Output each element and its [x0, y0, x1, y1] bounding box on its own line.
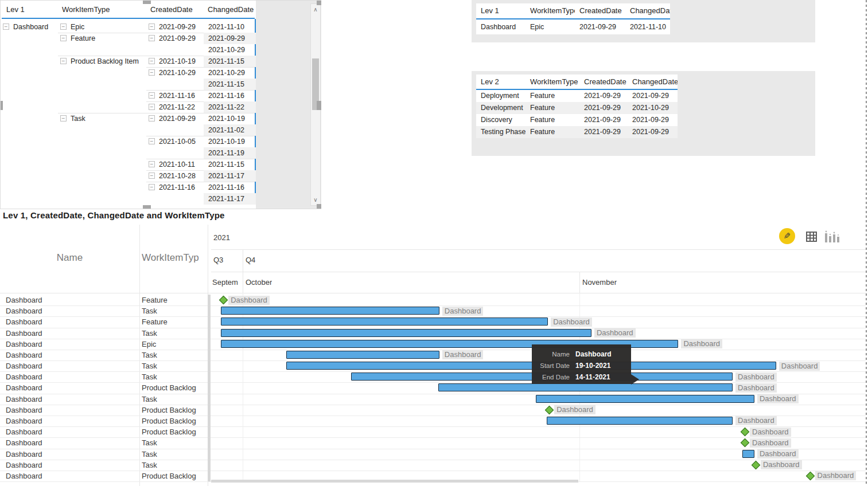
- table-cell: 2021-09-29: [628, 126, 678, 138]
- collapse-icon[interactable]: −: [149, 69, 155, 76]
- gantt-bar[interactable]: [438, 383, 733, 391]
- table2[interactable]: Lev 2WorkItemTypeCreatedDateChangedDateD…: [476, 75, 678, 138]
- matrix-cell-created: 2021-11-22: [159, 101, 195, 113]
- gantt-row-name: Dashboard: [6, 416, 42, 426]
- gantt-row-divider: [0, 328, 866, 328]
- collapse-icon[interactable]: −: [149, 173, 155, 179]
- gantt-row-name: Dashboard: [6, 305, 42, 316]
- collapse-icon[interactable]: −: [60, 35, 67, 41]
- gantt-row-type: Feature: [142, 316, 206, 327]
- matrix-cell-changed: 2021-10-29: [204, 44, 259, 56]
- gantt-row-divider: [0, 471, 866, 471]
- gantt-visual[interactable]: Name WorkItemTyp 2021 Q3 Q4 Septem Octob…: [0, 225, 868, 486]
- matrix-cell-created: 2021-09-29: [159, 33, 196, 44]
- analyze-button[interactable]: [822, 229, 842, 245]
- resize-handle-top-right[interactable]: [317, 1, 321, 5]
- matrix-cell-created: 2021-09-29: [159, 21, 196, 33]
- collapse-icon[interactable]: −: [149, 138, 155, 144]
- gantt-tooltip: Name Dashboard Start Date 19-10-2021 End…: [532, 344, 631, 384]
- matrix-cell-changed: 2021-11-22: [204, 101, 259, 113]
- gantt-milestone-icon[interactable]: [805, 472, 815, 481]
- gantt-row-divider: [0, 394, 866, 394]
- resize-handle-right[interactable]: [317, 101, 321, 110]
- gantt-row-divider: [0, 426, 866, 427]
- collapse-icon[interactable]: −: [149, 92, 155, 99]
- gantt-row-type: Product Backlog: [142, 416, 206, 426]
- gantt-horizontal-scrollbar[interactable]: [211, 480, 578, 483]
- table-cell: Dashboard: [476, 19, 526, 34]
- gantt-row-divider: [0, 316, 866, 317]
- collapse-icon[interactable]: −: [3, 23, 9, 30]
- gantt-milestone-icon[interactable]: [741, 428, 750, 437]
- gantt-milestone-icon[interactable]: [752, 460, 761, 469]
- collapse-icon[interactable]: −: [149, 35, 155, 41]
- collapse-icon[interactable]: −: [60, 58, 67, 64]
- table-row[interactable]: Testing PhaseFeature2021-09-292021-09-29: [476, 126, 678, 138]
- table-cell: 2021-09-29: [579, 90, 628, 102]
- gantt-row-name: Dashboard: [6, 471, 42, 481]
- table-row[interactable]: DevelopmentFeature2021-09-292021-10-29: [476, 102, 678, 114]
- table-row[interactable]: DiscoveryFeature2021-09-292021-09-29: [476, 114, 678, 126]
- scroll-up-icon[interactable]: ∧: [311, 6, 320, 13]
- gantt-row-type: Task: [142, 371, 206, 382]
- table-row[interactable]: DashboardEpic2021-09-292021-11-10: [476, 19, 670, 34]
- collapse-icon[interactable]: −: [149, 104, 155, 110]
- tooltip-start-value: 19-10-2021: [575, 362, 610, 370]
- table-header-cell: ChangedDate: [625, 3, 670, 18]
- gantt-bar[interactable]: [221, 318, 548, 326]
- collapse-icon[interactable]: −: [149, 23, 155, 30]
- table-cell: Deployment: [476, 90, 526, 102]
- gantt-row-name: Dashboard: [6, 371, 42, 382]
- table-cell: 2021-09-29: [579, 102, 628, 114]
- gantt-vertical-scrollbar[interactable]: [208, 295, 211, 481]
- matrix-visual[interactable]: Lev 1 WorkItemType CreatedDate ChangedDa…: [0, 0, 321, 209]
- gantt-bar[interactable]: [547, 417, 733, 425]
- collapse-icon[interactable]: −: [149, 58, 155, 64]
- table-view-button[interactable]: [804, 230, 818, 243]
- gantt-row-type: Task: [142, 360, 206, 371]
- gantt-milestone-icon[interactable]: [545, 406, 554, 415]
- table-row[interactable]: DeploymentFeature2021-09-292021-09-29: [476, 90, 678, 102]
- matrix-cell-changed: 2021-10-29: [204, 67, 259, 79]
- gantt-bar-label: Dashboard: [735, 373, 777, 382]
- table1[interactable]: Lev 1WorkItemTypeCreatedDateChangedDateD…: [476, 3, 670, 34]
- gantt-row-name: Dashboard: [6, 328, 42, 339]
- gantt-row-name: Dashboard: [6, 339, 42, 350]
- gantt-row-type: Task: [142, 328, 206, 339]
- gantt-milestone-icon[interactable]: [741, 438, 750, 448]
- gantt-row-name: Dashboard: [6, 382, 42, 393]
- tooltip-end-value: 14-11-2021: [575, 373, 610, 381]
- gantt-bar[interactable]: [221, 307, 439, 315]
- collapse-icon[interactable]: −: [149, 115, 155, 121]
- table-cell: 2021-09-29: [579, 114, 628, 126]
- collapse-icon[interactable]: −: [60, 115, 67, 121]
- edit-pencil-button[interactable]: ✎: [779, 228, 795, 244]
- gantt-bar-label: Dashboard: [735, 416, 777, 425]
- resize-handle-bottom[interactable]: [143, 205, 151, 209]
- gantt-row-type: Task: [142, 305, 206, 316]
- gantt-row-type: Task: [142, 437, 206, 448]
- pencil-icon: ✎: [784, 231, 791, 241]
- gantt-row-divider: [0, 405, 866, 405]
- gantt-bar[interactable]: [286, 362, 776, 370]
- gantt-bar[interactable]: [286, 351, 439, 359]
- gantt-bar[interactable]: [221, 329, 591, 337]
- collapse-icon[interactable]: −: [60, 23, 67, 30]
- collapse-icon[interactable]: −: [149, 161, 155, 167]
- scroll-down-icon[interactable]: ∨: [311, 197, 320, 203]
- matrix-body: 2021-11-10−Dashboard−Epic−2021-09-292021…: [1, 1, 255, 210]
- gantt-row-divider: [0, 360, 866, 361]
- gantt-row-divider: [0, 305, 866, 306]
- collapse-icon[interactable]: −: [149, 184, 155, 190]
- tooltip-end-label: End Date: [532, 374, 570, 381]
- resize-handle-bottom-right[interactable]: [317, 204, 321, 209]
- matrix-cell-lev1: Dashboard: [13, 21, 48, 33]
- gantt-bar-label: Dashboard: [442, 350, 484, 359]
- gantt-row-type: Task: [142, 350, 206, 360]
- gantt-bar[interactable]: [742, 450, 754, 458]
- resize-handle-left[interactable]: [1, 101, 3, 110]
- resize-handle-top[interactable]: [143, 1, 151, 4]
- gantt-bar[interactable]: [536, 395, 754, 403]
- gantt-milestone-icon[interactable]: [219, 296, 228, 305]
- table-header-row: Lev 2WorkItemTypeCreatedDateChangedDate: [476, 75, 678, 90]
